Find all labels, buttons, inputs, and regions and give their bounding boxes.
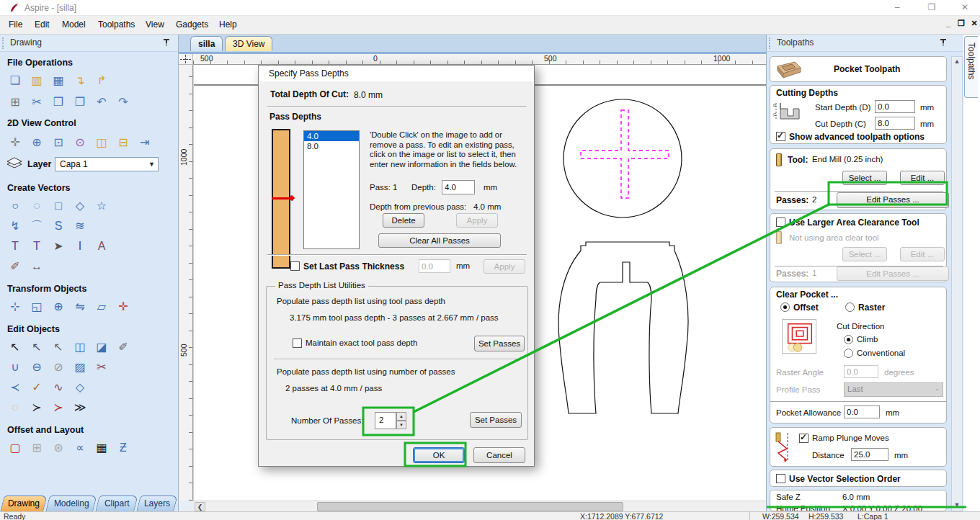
vector-validator-icon[interactable]: ✓ [27, 379, 46, 396]
panel-grip[interactable] [769, 37, 772, 49]
zoom-box-icon[interactable]: ⊡ [49, 134, 68, 151]
pan-icon[interactable]: ✛ [6, 134, 24, 151]
set-passes-number-button[interactable]: Set Passes [470, 412, 522, 428]
weld-vectors-icon[interactable]: ∪ [6, 359, 24, 376]
delete-pass-button[interactable]: Delete [383, 213, 424, 228]
offset-vectors-icon[interactable]: ▢ [6, 439, 24, 457]
restore-button[interactable]: ❐ [921, 2, 943, 14]
tab-silla[interactable]: silla [190, 36, 223, 51]
draw-dimension-icon[interactable]: ↔ [27, 258, 46, 275]
tab-layers[interactable]: Layers [136, 496, 177, 511]
subtract-vectors-icon[interactable]: ⊖ [27, 359, 46, 376]
scroll-down-arrow[interactable]: ▼ [952, 501, 962, 511]
area-clear-edit-button[interactable]: Edit ... [900, 247, 945, 261]
extend-vector-icon[interactable]: ≫ [71, 399, 89, 416]
use-area-clearance-checkbox[interactable] [776, 218, 785, 227]
number-of-passes-value[interactable]: 2 [375, 412, 396, 429]
zoom-sheet-icon[interactable]: ⊟ [114, 134, 133, 151]
edit-nodes-icon[interactable]: ◌ [6, 399, 24, 416]
pass-list-item[interactable]: 4.0 [304, 131, 359, 141]
save-file-icon[interactable]: ▦ [49, 72, 68, 89]
horizontal-scrollbar[interactable]: ❮ [193, 501, 766, 511]
spinner-up-arrow[interactable]: ▲ [396, 412, 406, 421]
set-passes-tool-button[interactable]: Set Passes [474, 336, 525, 351]
dialog-title[interactable]: Specify Pass Depths [259, 66, 534, 81]
menu-file[interactable]: File [6, 19, 25, 30]
minimize-button[interactable]: – [886, 2, 908, 14]
panel-grip[interactable] [2, 37, 5, 49]
import-vectors-icon[interactable]: ↴ [71, 72, 89, 89]
zoom-interactive-icon[interactable]: ⊕ [27, 134, 46, 151]
menu-gadgets[interactable]: Gadgets [173, 19, 211, 30]
copy-icon[interactable]: ❒ [49, 94, 68, 111]
pass-list-item[interactable]: 8.0 [304, 141, 359, 151]
draw-polygon-icon[interactable]: ◇ [71, 197, 89, 215]
profile-pass-select[interactable]: Last ⌄ [844, 382, 943, 397]
pass-depth-marker[interactable] [272, 197, 290, 200]
mdi-restore-button[interactable]: ❐ [956, 19, 967, 30]
draw-text-block-icon[interactable]: I [71, 238, 89, 255]
trim-overlap-icon[interactable]: ⊘ [49, 359, 68, 376]
layer-select[interactable]: Capa 1 ▼ [55, 157, 159, 171]
cut-vector-point-icon[interactable]: ≻ [27, 399, 46, 416]
number-of-passes-spinner[interactable]: 2 ▲ ▼ [375, 412, 406, 429]
raster-angle-input[interactable] [844, 365, 878, 378]
tab-clipart[interactable]: Clipart [95, 496, 138, 511]
close-vector-icon[interactable]: ◪ [92, 339, 111, 356]
climb-radio[interactable] [844, 335, 853, 344]
area-clear-edit-passes-button[interactable]: Edit Passes ... [837, 266, 949, 281]
pin-icon[interactable] [939, 38, 948, 47]
menu-help[interactable]: Help [216, 19, 240, 30]
pocket-allowance-input[interactable] [844, 405, 880, 418]
open-file-icon[interactable]: ▥ [27, 72, 46, 89]
menu-view[interactable]: View [143, 19, 167, 30]
paste-icon[interactable]: ❐ [71, 94, 89, 111]
last-pass-checkbox[interactable] [290, 261, 300, 271]
area-clear-select-button[interactable]: Select ... [842, 247, 887, 261]
measure-icon[interactable]: ✐ [114, 339, 133, 356]
node-edit-icon[interactable]: ↖ [27, 339, 46, 356]
fit-curves-icon[interactable]: ∿ [49, 379, 68, 396]
center-in-material-icon[interactable]: ⊕ [49, 298, 68, 315]
mdi-close-button[interactable]: ✕ [968, 19, 980, 30]
smooth-point-icon[interactable]: ≻ [49, 399, 68, 416]
last-pass-apply-button[interactable]: Apply [484, 259, 525, 274]
draw-texture-icon[interactable]: ≋ [71, 218, 89, 235]
draw-rectangle-icon[interactable]: □ [49, 197, 68, 215]
undo-icon[interactable]: ↶ [92, 94, 111, 111]
edit-passes-button[interactable]: Edit Passes ... [837, 192, 949, 208]
menu-model[interactable]: Model [59, 19, 89, 30]
menu-toolpaths[interactable]: Toolpaths [95, 19, 138, 30]
apply-pass-button[interactable]: Apply [456, 213, 498, 228]
draw-text-icon[interactable]: T [6, 238, 24, 255]
align-objects-icon[interactable]: ✛ [114, 298, 133, 315]
mirror-icon[interactable]: ⇋ [71, 298, 89, 315]
zoom-drawing-icon[interactable]: ◫ [92, 134, 111, 151]
close-open-vectors-icon[interactable]: ◇ [71, 379, 89, 396]
tab-modeling[interactable]: Modeling [45, 496, 97, 511]
raster-radio[interactable] [845, 302, 855, 312]
job-setup-icon[interactable]: ⊞ [6, 94, 24, 111]
select-vectors-icon[interactable]: ↖ [6, 339, 24, 356]
menu-edit[interactable]: Edit [32, 19, 53, 30]
ramp-plunge-checkbox[interactable] [799, 434, 808, 443]
tool-select-button[interactable]: Select ... [842, 171, 887, 185]
vector-order-checkbox[interactable] [776, 474, 785, 483]
copy-along-vector-icon[interactable]: ∝ [71, 439, 89, 457]
conventional-radio[interactable] [844, 349, 853, 358]
draw-star-icon[interactable]: ☆ [92, 197, 111, 215]
scroll-left-arrow[interactable]: ❮ [195, 502, 205, 511]
show-advanced-checkbox[interactable] [776, 132, 785, 141]
start-depth-input[interactable] [875, 100, 915, 113]
toolpaths-side-tab[interactable]: Toolpaths [964, 36, 978, 98]
close-button[interactable]: ✕ [954, 2, 976, 14]
ok-button[interactable]: OK [413, 447, 465, 463]
material-cross-section[interactable] [272, 129, 290, 269]
toolpaths-scrollbar[interactable]: ▲ ▼ [951, 56, 963, 511]
tab-3d-view[interactable]: 3D View [225, 36, 272, 51]
draw-arc-icon[interactable]: ⌒ [27, 218, 46, 235]
cut-depth-input[interactable] [875, 117, 915, 130]
cut-icon[interactable]: ✂ [27, 94, 46, 111]
chair-side-vector[interactable] [558, 242, 688, 413]
circular-copy-icon[interactable]: ⊛ [49, 439, 68, 457]
